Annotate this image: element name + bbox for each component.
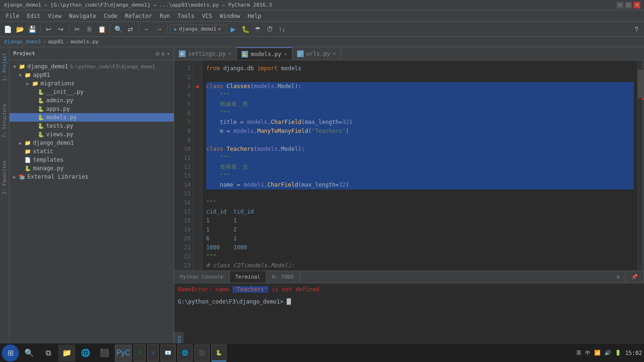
menu-file[interactable]: File xyxy=(2,12,23,20)
code-editor[interactable]: 1 2 3 4 5 6 7 8 9 10 11 12 13 14 15 16 1 xyxy=(174,60,644,271)
tree-django-demo1-sub[interactable]: ▶ 📁 django_demo1 xyxy=(9,139,174,147)
taskbar-excel[interactable]: X xyxy=(134,345,145,362)
scrollbar-thumb[interactable] xyxy=(637,70,644,98)
menu-window[interactable]: Window xyxy=(216,12,244,20)
external-icon: 📚 xyxy=(19,174,25,180)
tab-settings[interactable]: ⚙ settings.py ✕ xyxy=(174,47,237,60)
static-icon: 📁 xyxy=(24,148,31,155)
breadcrumb-app01[interactable]: app01 xyxy=(48,39,64,45)
app01-folder-icon: 📁 xyxy=(24,72,31,78)
cmd-btn[interactable]: ⬛ xyxy=(96,345,113,362)
run-button[interactable]: ▶ xyxy=(227,24,239,35)
breadcrumb-root[interactable]: django_demo1 xyxy=(4,39,41,45)
file-explorer[interactable]: 📁 xyxy=(58,345,75,362)
redo-button[interactable]: ↪ xyxy=(55,24,66,35)
terminal-content[interactable]: NameError: name 'Teachers' is not define… xyxy=(174,283,644,332)
taskbar-search[interactable]: 🔍 xyxy=(21,345,38,362)
task-view[interactable]: ⧉ xyxy=(40,345,56,362)
open-button[interactable]: 📂 xyxy=(14,24,25,35)
tree-migrations[interactable]: ▶ 📁 migrations xyxy=(9,79,174,88)
todo-tab[interactable]: 6: TODO xyxy=(266,271,300,283)
maximize-button[interactable]: □ xyxy=(625,2,632,8)
copy-button[interactable]: ⎘ xyxy=(84,24,95,35)
code-line-6: """ xyxy=(206,109,634,118)
code-content[interactable]: from django.db import models class Class… xyxy=(202,60,637,271)
breadcrumb-file[interactable]: models.py xyxy=(71,39,99,45)
tree-init[interactable]: 🐍 __init__.py xyxy=(9,88,174,96)
coverage-button[interactable]: ☂ xyxy=(252,24,263,35)
gear-icon[interactable]: ▾ xyxy=(167,50,170,57)
tree-app01[interactable]: ▼ 📁 app01 xyxy=(9,71,174,79)
structure-panel-toggle[interactable]: 7: Structure xyxy=(1,100,8,141)
models-tab-close[interactable]: ✕ xyxy=(284,51,287,57)
init-py-icon: 🐍 xyxy=(38,89,44,95)
favorites-panel-toggle[interactable]: 2: Favorites xyxy=(1,156,8,198)
collapse-all-icon[interactable]: ⊟ xyxy=(156,50,159,57)
breadcrumb-sep2: › xyxy=(65,39,69,45)
main-area: 1: Project 7: Structure 2: Favorites Pro… xyxy=(0,47,644,362)
python-console-tab[interactable]: Python Console xyxy=(174,271,230,283)
start-button[interactable]: ⊞ xyxy=(2,345,19,362)
tree-models[interactable]: 🐍 models.py xyxy=(9,113,174,122)
forward-button[interactable]: → xyxy=(153,24,165,35)
tree-manage[interactable]: 🐍 manage.py xyxy=(9,164,174,173)
menu-help[interactable]: Help xyxy=(244,12,265,20)
menu-tools[interactable]: Tools xyxy=(174,12,198,20)
code-line-3: class Classes(models.Model): xyxy=(206,82,634,91)
menu-run[interactable]: Run xyxy=(156,12,174,20)
new-file-button[interactable]: 📄 xyxy=(2,24,13,35)
tab-models[interactable]: 🐍 models.py ✕ xyxy=(237,47,292,60)
taskbar-pycharm-active[interactable]: 🐍 xyxy=(211,345,226,362)
search-button[interactable]: 🔍 xyxy=(113,24,124,35)
close-button[interactable]: ✕ xyxy=(634,2,640,8)
tab-urls[interactable]: 🔗 urls.py ✕ xyxy=(292,47,341,60)
tree-views[interactable]: 🐍 views.py xyxy=(9,130,174,139)
models-name: models.py xyxy=(46,114,77,121)
cut-button[interactable]: ✂ xyxy=(72,24,83,35)
settings-icon[interactable]: ⚙ xyxy=(161,50,165,57)
terminal-pin[interactable]: 📌 xyxy=(626,271,644,283)
browser-btn[interactable]: 🌐 xyxy=(77,345,94,362)
project-panel-toggle[interactable]: 1: Project xyxy=(1,49,8,85)
terminal-tab[interactable]: Terminal xyxy=(230,271,266,283)
tree-external-libs[interactable]: ▶ 📚 External Libraries xyxy=(9,173,174,181)
tree-apps[interactable]: 🐍 apps.py xyxy=(9,105,174,113)
urls-tab-close[interactable]: ✕ xyxy=(333,51,336,56)
taskbar-misc1[interactable]: 📧 xyxy=(161,345,176,362)
editor-tabs: ⚙ settings.py ✕ 🐍 models.py ✕ 🔗 urls.py … xyxy=(174,47,644,60)
profile-button[interactable]: ⏱ xyxy=(264,24,275,35)
menu-vcs[interactable]: VCS xyxy=(198,12,216,20)
taskbar-terminal[interactable]: ⬛ xyxy=(194,345,209,362)
help-button[interactable]: ? xyxy=(631,24,642,35)
taskbar-chrome[interactable]: 🌐 xyxy=(177,345,193,362)
menu-view[interactable]: View xyxy=(44,12,65,20)
error-marker xyxy=(642,98,644,100)
settings-tab-close[interactable]: ✕ xyxy=(228,51,231,56)
vcs-button[interactable]: ↑↓ xyxy=(276,24,288,35)
taskbar-word[interactable]: W xyxy=(147,345,159,362)
tree-tests[interactable]: 🐍 tests.py xyxy=(9,122,174,130)
paste-button[interactable]: 📋 xyxy=(96,24,107,35)
undo-button[interactable]: ↩ xyxy=(43,24,54,35)
code-line-19: 1 2 xyxy=(206,225,634,234)
tree-root[interactable]: ▼ 📁 django_demo1 G:\python_code\F3\djang… xyxy=(9,62,174,71)
replace-button[interactable]: ⇄ xyxy=(125,24,136,35)
tree-static[interactable]: 📁 static xyxy=(9,147,174,156)
minimize-button[interactable]: ─ xyxy=(617,2,623,8)
save-button[interactable]: 💾 xyxy=(26,24,38,35)
tree-templates[interactable]: 📄 templates xyxy=(9,156,174,164)
menu-refactor[interactable]: Refactor xyxy=(121,12,156,20)
run-config-selector[interactable]: ▶ django_demo1 ▼ xyxy=(170,25,226,33)
sep2 xyxy=(69,25,69,34)
tree-admin[interactable]: 🐍 admin.py xyxy=(9,96,174,105)
pycharm-btn[interactable]: PyC xyxy=(115,345,132,362)
scrollbar-track[interactable] xyxy=(637,60,644,271)
terminal-settings[interactable]: ⚙ xyxy=(611,271,626,283)
models-tab-icon: 🐍 xyxy=(242,51,248,58)
menu-code[interactable]: Code xyxy=(100,12,121,20)
debug-button[interactable]: 🐛 xyxy=(240,24,251,35)
menu-navigate[interactable]: Navigate xyxy=(65,12,100,20)
run-config-name: django_demo1 xyxy=(179,26,216,32)
back-button[interactable]: ← xyxy=(141,24,153,35)
menu-edit[interactable]: Edit xyxy=(23,12,44,20)
